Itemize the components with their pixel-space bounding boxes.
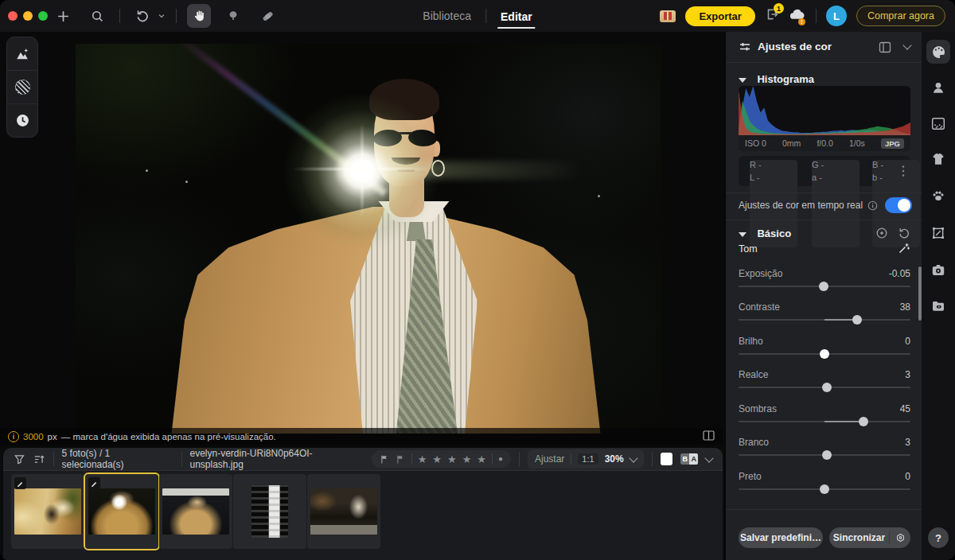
minimize-window-button[interactable] [23, 11, 33, 21]
sync-button[interactable]: Sincronizar [829, 532, 889, 543]
erase-tool-button[interactable] [221, 4, 245, 28]
focal-length-value: 0mm [782, 138, 801, 148]
main-photo[interactable] [76, 44, 661, 434]
slider-thumb[interactable] [859, 417, 868, 426]
wardrobe-tools-button[interactable] [926, 147, 950, 171]
slider-realce[interactable]: Realce3 [739, 369, 910, 398]
composition-tools-button[interactable] [926, 221, 950, 245]
one-to-one-button[interactable]: 1:1 [578, 453, 598, 465]
thumbnail-3[interactable] [159, 474, 232, 549]
color-readout: R - G - B - L - a - b - [739, 156, 910, 186]
before-after-icon[interactable]: BA [680, 453, 698, 465]
star-icon[interactable]: ★ [447, 454, 457, 465]
fit-button[interactable]: Ajustar [535, 453, 564, 465]
chevron-down-icon[interactable] [629, 453, 637, 462]
hand-tool-button[interactable] [187, 4, 211, 28]
camera-tools-button[interactable] [926, 258, 950, 282]
share-badge: 1 [774, 3, 784, 14]
slider-preto[interactable]: Preto0 [739, 471, 910, 500]
histogram-chart [739, 86, 910, 135]
close-window-button[interactable] [8, 11, 18, 21]
photo-count-label: 5 foto(s) / 1 selecionada(s) [62, 448, 173, 470]
thumbnail-2-selected[interactable] [84, 472, 160, 550]
filter-funnel-icon[interactable] [14, 453, 25, 465]
tab-editar[interactable]: Editar [497, 9, 536, 29]
color-label-icon[interactable]: ● [498, 455, 503, 463]
basic-section-header[interactable]: Básico [739, 226, 791, 240]
buy-now-button[interactable]: Comprar agora [856, 6, 945, 26]
star-icon[interactable]: ★ [477, 454, 486, 465]
slider-sombras[interactable]: Sombras45 [739, 403, 910, 432]
add-photos-button[interactable] [51, 4, 75, 28]
eye-icon[interactable] [875, 227, 888, 239]
wand-icon[interactable] [898, 242, 910, 255]
slider-thumb[interactable] [852, 315, 862, 325]
panel-header: Ajustes de cor [726, 32, 923, 63]
background-swatch[interactable] [661, 453, 673, 465]
undo-button[interactable] [131, 4, 154, 28]
thumbnail-4[interactable] [233, 474, 306, 549]
grain-tools-button[interactable] [926, 111, 950, 135]
reset-icon[interactable] [898, 227, 910, 239]
watermark-notice-bar: 3000 px — marca d'água exibida apenas na… [0, 428, 723, 445]
pencil-icon [17, 480, 24, 487]
history-button[interactable] [7, 103, 37, 137]
slider-contraste[interactable]: Contraste38 [739, 301, 910, 330]
rating-group: ★★★★★ ● [372, 450, 511, 468]
slider-thumb[interactable] [822, 450, 832, 460]
star-icon[interactable]: ★ [418, 454, 427, 465]
slider-thumb[interactable] [820, 484, 829, 494]
enhance-tool-button[interactable] [7, 37, 37, 70]
flag-icon[interactable] [380, 454, 390, 465]
texture-tool-button[interactable] [7, 70, 37, 103]
portrait-icon [931, 80, 945, 95]
tab-biblioteca[interactable]: Biblioteca [419, 8, 474, 24]
chevron-down-icon[interactable] [704, 453, 713, 462]
account-avatar[interactable]: L [826, 6, 847, 26]
top-toolbar: Biblioteca Editar Exportar 1 ! L Comprar… [0, 0, 955, 33]
window-controls[interactable] [8, 11, 48, 21]
sync-settings-button[interactable] [890, 533, 910, 543]
flag-icon[interactable] [396, 454, 406, 465]
slider-branco[interactable]: Branco3 [739, 437, 910, 465]
realtime-toggle[interactable] [885, 197, 912, 213]
texture-circle-icon [15, 80, 30, 95]
color-tools-button[interactable] [926, 40, 950, 64]
search-button[interactable] [85, 4, 109, 28]
pet-paw-icon [931, 189, 945, 203]
cloud-sync-button[interactable]: ! [789, 8, 806, 24]
save-preset-button[interactable]: Salvar predefini… [739, 527, 823, 548]
thumbnail-1[interactable] [11, 474, 84, 549]
split-view-button[interactable] [703, 430, 715, 442]
export-button[interactable]: Exportar [685, 6, 754, 26]
slider-thumb[interactable] [820, 349, 829, 359]
share-button[interactable]: 1 [765, 7, 779, 25]
slider-thumb[interactable] [822, 383, 832, 392]
adjustments-panel: Ajustes de cor Histograma ISO 0 0mm f/0.… [724, 32, 923, 560]
gift-icon[interactable] [660, 10, 676, 22]
slider-brilho[interactable]: Brilho0 [739, 336, 910, 364]
maximize-window-button[interactable] [38, 11, 48, 21]
kebab-icon[interactable] [899, 165, 907, 177]
info-icon[interactable] [867, 200, 878, 211]
heal-tool-button[interactable] [255, 4, 279, 28]
star-icon[interactable]: ★ [432, 454, 442, 465]
slider-thumb[interactable] [819, 282, 828, 291]
chevron-down-icon[interactable] [902, 41, 911, 49]
thumbnail-strip [3, 471, 723, 560]
slider-exposicao[interactable]: Exposição-0.05 [739, 268, 910, 297]
help-button[interactable]: ? [928, 527, 949, 548]
panel-layout-icon[interactable] [879, 41, 891, 53]
pet-tools-button[interactable] [926, 184, 950, 208]
tone-label: Tom [739, 243, 758, 255]
portrait-tools-button[interactable] [926, 76, 950, 99]
histogram-section-header[interactable]: Histograma [739, 72, 814, 86]
realtime-adjustments-label: Ajustes de cor em tempo real [739, 200, 878, 211]
zoom-level[interactable]: 30% [605, 453, 624, 465]
thumbnail-5[interactable] [307, 474, 380, 549]
chevron-down-icon[interactable] [158, 12, 166, 20]
catalog-button[interactable] [926, 294, 950, 317]
toolbar-divider [176, 9, 177, 23]
star-icon[interactable]: ★ [462, 454, 472, 465]
sort-icon[interactable] [33, 453, 45, 465]
